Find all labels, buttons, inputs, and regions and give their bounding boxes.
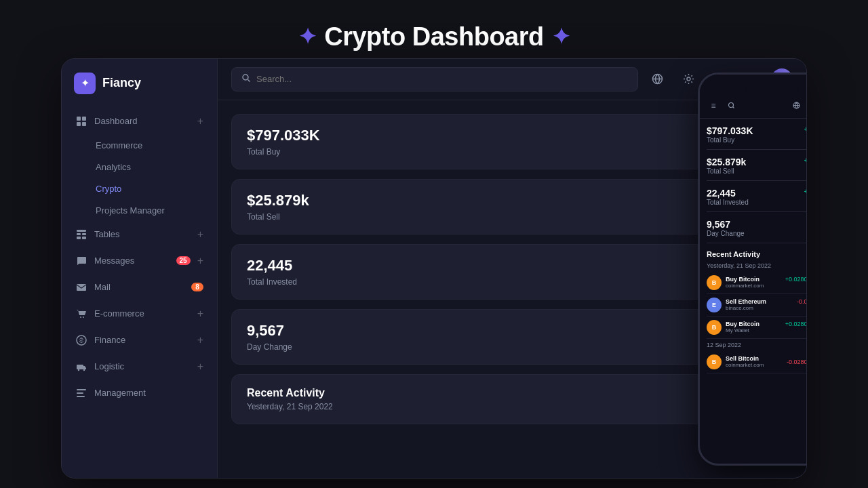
mobile-stat-label: Total Invested <box>707 199 807 206</box>
app-wrapper: ✦ Fiancy Dashboard + Ecommerce Analytics <box>61 58 807 479</box>
mobile-stat-buy: +18.79% ✓ $797.033K Total Buy <box>707 125 807 150</box>
page-title: ✦ Crypto Dashboard ✦ <box>0 22 868 52</box>
svg-point-11 <box>83 317 84 318</box>
svg-rect-13 <box>77 365 83 369</box>
sidebar-item-label: Messages <box>94 256 170 266</box>
sidebar-item-ecommerce2[interactable]: E-commerce + <box>67 301 212 327</box>
svg-point-15 <box>83 369 85 370</box>
sidebar-sub-label: Analytics <box>96 162 131 172</box>
mobile-menu-icon: ≡ <box>707 99 720 113</box>
management-icon <box>75 387 87 399</box>
mobile-stat-label: Day Change <box>707 230 807 237</box>
gear-icon[interactable] <box>677 68 699 90</box>
mobile-activity-item: B Buy Bitcoin My Wallet +0.028029182 BTC… <box>707 317 807 339</box>
mobile-recent-activity-header: Recent Activity See All <box>707 250 807 258</box>
svg-point-21 <box>687 77 690 81</box>
mobile-stat-change: +18.79% ✓ <box>804 125 807 133</box>
sidebar-item-projects[interactable]: Projects Manager <box>67 200 212 221</box>
plus-icon[interactable]: + <box>197 228 203 241</box>
mobile-stat-label: Total Sell <box>707 167 807 175</box>
sidebar-item-management[interactable]: Management <box>67 380 212 406</box>
mobile-recent-activity-title: Recent Activity <box>707 250 760 258</box>
mobile-device: ≡ +18.79% ✓ $797.033K Total Buy <box>698 73 807 466</box>
svg-rect-6 <box>77 237 81 239</box>
mobile-topbar: ≡ <box>700 96 807 119</box>
btc-icon-3: B <box>707 354 722 369</box>
mobile-date-label: Yesterday, 21 Sep 2022 <box>707 262 807 269</box>
page-title-bar: ✦ Crypto Dashboard ✦ <box>0 10 868 58</box>
activity-amount: -0.029182 ETH -$679.78 <box>797 298 807 311</box>
svg-rect-7 <box>82 233 86 235</box>
logistic-icon <box>75 361 87 373</box>
activity-amount: -0.028029182 BTC <box>787 359 807 365</box>
ecommerce-icon <box>75 308 87 320</box>
svg-rect-9 <box>77 284 86 291</box>
search-bar[interactable] <box>231 67 638 92</box>
mobile-stat-invested: +15.56% ✓ 22,445 Total Invested <box>707 188 807 212</box>
sidebar-item-dashboard[interactable]: Dashboard + <box>67 108 212 134</box>
sidebar-item-analytics[interactable]: Analytics <box>67 157 212 178</box>
sidebar-item-ecommerce[interactable]: Ecommerce <box>67 135 212 156</box>
sidebar-item-label: Dashboard <box>94 116 191 126</box>
search-icon <box>241 73 251 85</box>
sidebar-item-mail[interactable]: Mail 8 <box>67 274 212 300</box>
sidebar-item-label: E-commerce <box>94 308 191 319</box>
star-right-icon: ✦ <box>552 24 570 49</box>
sidebar-item-label: Management <box>94 388 203 398</box>
svg-rect-5 <box>77 233 81 235</box>
activity-amount: +0.028029182 BTC +$219.78 <box>785 276 807 289</box>
activity-info: Sell Bitcoin coinmarket.com <box>726 355 783 368</box>
messages-icon <box>75 255 87 267</box>
svg-rect-16 <box>77 389 86 390</box>
logo-text: Fiancy <box>102 76 141 90</box>
sidebar-nav: Dashboard + Ecommerce Analytics Crypto P… <box>62 108 217 407</box>
btc-icon-2: B <box>707 320 722 335</box>
mobile-date-label-2: 12 Sep 2022 <box>707 342 807 348</box>
svg-rect-3 <box>82 122 86 126</box>
svg-point-10 <box>80 317 81 318</box>
sidebar: ✦ Fiancy Dashboard + Ecommerce Analytics <box>62 59 218 478</box>
svg-point-14 <box>78 369 79 370</box>
svg-rect-17 <box>77 392 83 394</box>
sidebar-sub-label: Projects Manager <box>96 205 165 216</box>
sidebar-item-label: Logistic <box>94 361 191 371</box>
mobile-stat-value: $797.033K <box>707 125 807 136</box>
sidebar-item-finance[interactable]: Finance + <box>67 327 212 353</box>
mobile-activity-item: E Sell Ethereum binace.com -0.029182 ETH… <box>707 294 807 317</box>
plus-icon[interactable]: + <box>197 334 203 346</box>
mobile-content: +18.79% ✓ $797.033K Total Buy +10.22% ✓ … <box>700 119 807 453</box>
svg-rect-18 <box>77 396 85 397</box>
mobile-stat-change: +10.22% ✓ <box>804 157 807 164</box>
search-input[interactable] <box>256 74 628 84</box>
mobile-stat-value: 22,445 <box>707 188 807 199</box>
sidebar-item-label: Mail <box>94 282 184 292</box>
plus-icon[interactable]: + <box>197 308 203 320</box>
activity-info: Sell Ethereum binace.com <box>726 298 793 311</box>
svg-point-19 <box>243 75 248 80</box>
logo-icon: ✦ <box>74 73 96 94</box>
mobile-stat-value: 9,567 <box>707 219 807 230</box>
activity-info: Buy Bitcoin My Wallet <box>726 321 781 333</box>
mobile-stat-daychange: +1.22% ✓ 9,567 Day Change <box>707 219 807 243</box>
plus-icon[interactable]: + <box>197 361 203 373</box>
plus-icon[interactable]: + <box>197 255 203 267</box>
globe-icon[interactable] <box>646 68 668 90</box>
mail-icon <box>75 281 87 293</box>
mobile-activity-item: B Buy Bitcoin coinmarket.com +0.02802918… <box>707 272 807 294</box>
sidebar-item-logistic[interactable]: Logistic + <box>67 354 212 380</box>
mail-badge: 8 <box>191 283 203 291</box>
sidebar-item-label: Finance <box>94 335 191 345</box>
svg-rect-0 <box>77 117 81 121</box>
mobile-stat-value: $25.879k <box>707 157 807 167</box>
plus-icon[interactable]: + <box>197 115 203 127</box>
sidebar-item-crypto[interactable]: Crypto <box>67 178 212 199</box>
mobile-activity-item: B Sell Bitcoin coinmarket.com -0.0280291… <box>707 351 807 373</box>
mobile-stat-label: Total Buy <box>707 136 807 144</box>
sidebar-sub-label: Ecommerce <box>96 140 142 150</box>
sidebar-item-label: Tables <box>94 229 191 239</box>
sidebar-item-tables[interactable]: Tables + <box>67 222 212 247</box>
tables-icon <box>75 228 87 241</box>
mobile-globe-icon <box>789 99 803 113</box>
sidebar-item-messages[interactable]: Messages 25 + <box>67 248 212 274</box>
sidebar-sub-label: Crypto <box>96 184 121 194</box>
